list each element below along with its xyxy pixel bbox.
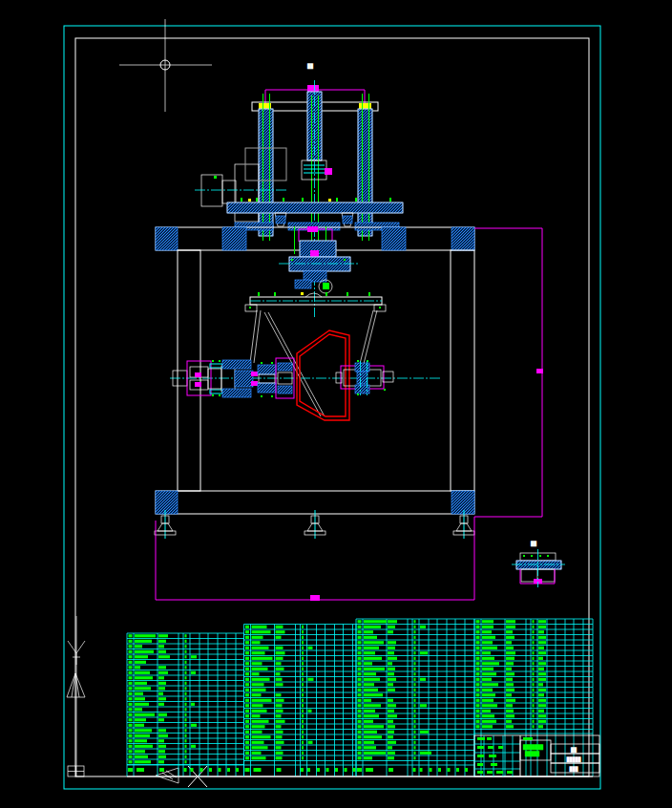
spindle-left-assembly — [173, 360, 276, 397]
detail-label: ██ — [530, 541, 537, 547]
title-box-2-text: █████ — [565, 756, 581, 763]
view-label: ██ — [306, 63, 314, 70]
section-arrow — [156, 768, 178, 783]
drawing-name-line2: █████ — [524, 751, 540, 757]
title-box-3-text: ███ — [568, 766, 578, 773]
drum-right-journal — [336, 360, 393, 395]
fold-grid — [68, 766, 84, 776]
title-block: ██████████████████████ — [474, 735, 599, 776]
title-box-1-text: ██ — [570, 747, 578, 754]
cad-drawing-canvas[interactable]: ██ — [0, 0, 672, 808]
swing-platform — [245, 292, 386, 311]
sheet-border — [64, 26, 600, 789]
drawing-name-line1: ███████ — [522, 744, 544, 751]
drawing-svg: ██ — [0, 0, 672, 808]
center-ram — [302, 92, 332, 244]
bom-table — [127, 619, 593, 776]
detail-view: ██ — [512, 541, 565, 587]
machine-assembly — [155, 80, 543, 601]
crosshair-icon — [119, 19, 212, 112]
press-beam — [227, 198, 403, 230]
